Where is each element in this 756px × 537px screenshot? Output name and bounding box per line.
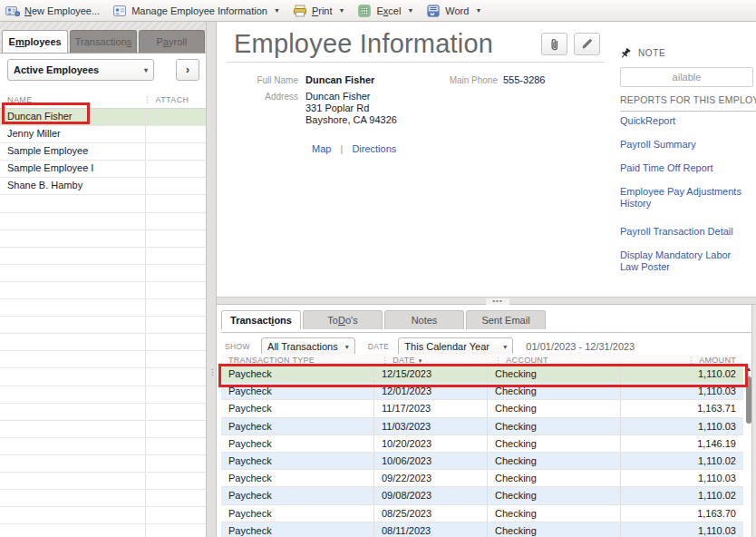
tab-transactions[interactable]: Transactions: [70, 30, 136, 53]
tab-to-do-s[interactable]: To Do's: [303, 310, 383, 329]
collapse-panel-button[interactable]: ›: [176, 59, 199, 81]
transaction-row[interactable]: Paycheck12/01/2023Checking1,110.03: [221, 383, 743, 400]
toolbar-item-word[interactable]: Word▼: [426, 5, 481, 17]
chevron-down-icon: ▼: [274, 7, 280, 14]
transaction-row[interactable]: Paycheck09/22/2023Checking1,110.03: [221, 470, 743, 487]
splitter-handle-icon: ⋮: [208, 370, 217, 374]
map-link[interactable]: Map: [312, 143, 331, 154]
report-links: QuickReportPayroll SummaryPaid Time Off …: [620, 115, 749, 285]
transactions-filters: SHOW All Transactions ▾ DATE This Calend…: [221, 332, 751, 352]
horizontal-splitter[interactable]: •••: [217, 297, 756, 305]
transaction-row[interactable]: Paycheck11/03/2023Checking1,110.03: [221, 418, 743, 435]
employee-name: Jenny Miller: [0, 126, 145, 142]
empty-cell: [145, 213, 206, 229]
report-link-employee-pay-adjustments-history[interactable]: Employee Pay Adjustments History: [620, 186, 749, 210]
employee-row[interactable]: Duncan Fisher: [0, 109, 206, 126]
attach-column-header[interactable]: ⋮ATTACH: [143, 95, 189, 104]
empty-cell: [145, 351, 206, 367]
vertical-splitter[interactable]: ⋮: [206, 22, 217, 537]
empty-cell: [0, 438, 145, 454]
transaction-row[interactable]: Paycheck12/15/2023Checking1,110.02: [221, 366, 743, 383]
transaction-row[interactable]: Paycheck08/11/2023Checking1,110.03: [221, 522, 743, 537]
empty-cell: [0, 351, 145, 367]
toolbar-item-label: New Employee...: [24, 5, 100, 16]
employee-row[interactable]: Jenny Miller: [0, 126, 206, 143]
page-title: Employee Information: [234, 29, 493, 59]
report-link-display-mandatory-labor-law-poster[interactable]: Display Mandatory Labor Law Poster: [620, 249, 749, 273]
column-header-amount[interactable]: ⋮AMOUNT: [620, 354, 743, 365]
name-column-header[interactable]: NAME: [7, 95, 33, 104]
tab-notes[interactable]: Notes: [384, 310, 464, 329]
transaction-amount-cell: 1,146.19: [620, 435, 743, 452]
empty-cell: [145, 195, 206, 211]
empty-cell: [145, 386, 206, 403]
report-link-payroll-transaction-detail[interactable]: Payroll Transaction Detail: [620, 226, 749, 238]
empty-cell: [0, 455, 145, 472]
report-link-payroll-summary[interactable]: Payroll Summary: [620, 139, 749, 151]
transaction-row[interactable]: Paycheck11/17/2023Checking1,163.71: [221, 400, 743, 417]
column-header-date[interactable]: ⋮DATE▾: [373, 354, 487, 365]
employee-view-dropdown[interactable]: Active Employees ▾: [7, 59, 154, 81]
address-label: Address: [226, 92, 298, 102]
show-filter-value: All Transactions: [267, 341, 338, 352]
transaction-amount-cell: 1,110.02: [620, 366, 743, 382]
chevron-down-icon: ▾: [503, 343, 507, 351]
transaction-row[interactable]: Paycheck10/06/2023Checking1,110.02: [221, 453, 743, 470]
note-label: NOTE: [638, 48, 665, 58]
employee-row-empty: [0, 299, 206, 317]
note-field[interactable]: ailable: [620, 67, 753, 87]
employee-name: Sample Employee I: [0, 161, 145, 177]
tab-transactions[interactable]: Transactions: [221, 310, 301, 329]
employee-row[interactable]: Sample Employee: [0, 143, 206, 161]
empty-cell: [0, 265, 145, 281]
empty-cell: [145, 282, 206, 298]
employee-row-empty: [0, 473, 206, 490]
transaction-row[interactable]: Paycheck09/08/2023Checking1,110.02: [221, 487, 743, 504]
column-header-transaction-type[interactable]: TRANSACTION TYPE: [221, 354, 373, 365]
empty-cell: [145, 438, 206, 454]
employee-row[interactable]: Sample Employee I: [0, 161, 206, 178]
tab-payroll[interactable]: Payroll: [139, 30, 205, 53]
toolbar-item-excel[interactable]: Excel▼: [357, 5, 413, 17]
toolbar-item-manage-employee-information[interactable]: Manage Employee Information▼: [112, 5, 280, 17]
empty-cell: [145, 490, 206, 506]
empty-cell: [0, 507, 145, 523]
employee-row-empty: [0, 386, 206, 404]
word-icon: [426, 5, 441, 17]
transaction-type-cell: Paycheck: [221, 383, 373, 399]
empty-cell: [0, 368, 145, 385]
toolbar-item-print[interactable]: Print▼: [293, 5, 345, 17]
chevron-down-icon: ▾: [144, 66, 148, 74]
edit-employee-button[interactable]: [574, 33, 600, 55]
employee-row-empty: [0, 334, 206, 351]
employee-attach-cell: [145, 161, 206, 177]
toolbar-item-new-employee[interactable]: New Employee...: [5, 5, 100, 17]
transaction-date-cell: 09/08/2023: [373, 487, 487, 503]
empty-cell: [145, 507, 206, 523]
directions-link[interactable]: Directions: [352, 143, 396, 154]
employee-row[interactable]: Shane B. Hamby: [0, 178, 206, 195]
transaction-account-cell: Checking: [487, 400, 620, 416]
employee-row-empty: [0, 507, 206, 524]
attach-file-button[interactable]: [541, 33, 567, 55]
empty-cell: [0, 248, 145, 264]
transaction-account-cell: Checking: [487, 435, 620, 452]
report-link-quickreport[interactable]: QuickReport: [620, 115, 749, 127]
column-separator: ⋮: [494, 356, 502, 365]
transaction-type-cell: Paycheck: [221, 487, 373, 503]
transaction-date-cell: 12/01/2023: [373, 383, 487, 399]
report-link-paid-time-off-report[interactable]: Paid Time Off Report: [620, 162, 749, 174]
tab-employees[interactable]: Employees: [2, 30, 68, 53]
transaction-account-cell: Checking: [487, 487, 620, 503]
tab-sent-email[interactable]: Sent Email: [466, 310, 546, 329]
column-header-account[interactable]: ⋮ACCOUNT: [487, 354, 620, 365]
employee-list-headers: NAME ⋮ATTACH: [0, 92, 206, 109]
employee-list: Duncan FisherJenny MillerSample Employee…: [0, 109, 206, 537]
transaction-type-cell: Paycheck: [221, 453, 373, 469]
empty-cell: [145, 524, 206, 537]
transaction-row[interactable]: Paycheck08/25/2023Checking1,163.70: [221, 505, 743, 522]
transaction-date-cell: 08/25/2023: [373, 505, 487, 522]
transaction-row[interactable]: Paycheck10/20/2023Checking1,146.19: [221, 435, 743, 453]
transaction-type-cell: Paycheck: [221, 522, 373, 537]
transaction-type-cell: Paycheck: [221, 418, 373, 434]
